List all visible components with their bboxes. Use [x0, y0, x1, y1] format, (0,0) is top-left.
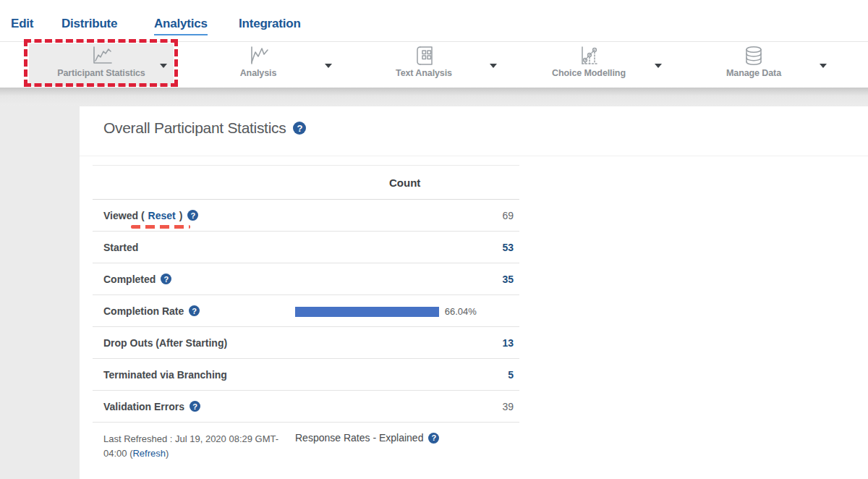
- toolbar-item-text-analysis[interactable]: Text Analysis: [352, 45, 496, 85]
- help-icon[interactable]: [187, 210, 198, 221]
- toolbar-item-manage-data[interactable]: Manage Data: [681, 45, 826, 85]
- row-label-text: Validation Errors: [103, 401, 184, 412]
- row-label: Terminated via Branching: [93, 369, 227, 381]
- last-refreshed-text: Last Refreshed : Jul 19, 2020 08:29 GMT-…: [103, 432, 284, 461]
- help-icon[interactable]: [428, 433, 439, 444]
- row-label: Viewed ( Reset ): [93, 210, 198, 221]
- count-column-header: Count: [389, 177, 420, 189]
- row-value: 13: [502, 337, 519, 349]
- row-label: Started: [93, 242, 138, 253]
- completion-rate-bar: [295, 307, 439, 317]
- annotation-underline: [131, 225, 190, 229]
- row-value: 35: [502, 274, 519, 285]
- page-heading: Overall Participant Statistics: [103, 119, 306, 137]
- table-row-validation-errors: Validation Errors 39: [93, 391, 519, 423]
- help-icon[interactable]: [293, 122, 306, 135]
- row-value: 39: [502, 401, 519, 412]
- row-value: 5: [508, 369, 519, 381]
- last-refreshed-suffix: ): [166, 448, 169, 459]
- nav-tab-integration[interactable]: Integration: [239, 17, 301, 31]
- toolbar-item-label: Participant Statistics: [57, 68, 145, 78]
- row-value: 53: [502, 242, 519, 253]
- chevron-down-icon[interactable]: [490, 64, 497, 68]
- toolbar-item-analysis[interactable]: Analysis: [186, 45, 331, 85]
- row-label: Completed: [93, 274, 171, 285]
- help-icon[interactable]: [189, 305, 200, 316]
- help-icon[interactable]: [161, 274, 171, 284]
- database-icon: [741, 45, 767, 67]
- toolbar-item-choice-modelling[interactable]: Choice Modelling: [516, 45, 661, 85]
- row-label-text: ): [179, 210, 183, 221]
- toolbar-shadow-band: [0, 88, 868, 106]
- response-rates-explained: Response Rates - Explained: [295, 432, 439, 444]
- nav-tab-edit[interactable]: Edit: [11, 17, 33, 31]
- row-value: 69: [502, 210, 519, 221]
- page: Edit Distribute Analytics Integration Pa…: [0, 0, 868, 479]
- line-chart-icon: [88, 45, 114, 67]
- table-row-drop-outs: Drop Outs (After Starting) 13: [93, 327, 519, 359]
- table-header-row: Count: [93, 165, 519, 200]
- analytics-toolbar: Participant Statistics Analysis Text Ana…: [0, 41, 868, 88]
- completion-rate-bar-group: 66.04%: [295, 306, 477, 317]
- row-label-text: Completed: [103, 274, 156, 285]
- table-row-completion-rate: Completion Rate 66.04%: [93, 295, 519, 327]
- toolbar-item-label: Choice Modelling: [552, 68, 626, 78]
- toolbar-item-label: Analysis: [240, 68, 277, 78]
- row-label-text: Viewed (: [103, 210, 145, 221]
- nav-tab-distribute[interactable]: Distribute: [61, 17, 117, 31]
- trend-chart-icon: [245, 45, 271, 67]
- scatter-rise-icon: [576, 45, 602, 67]
- chevron-down-icon[interactable]: [160, 64, 167, 68]
- toolbar-item-label: Text Analysis: [396, 68, 452, 78]
- toolbar-item-label: Manage Data: [726, 68, 781, 78]
- row-label: Validation Errors: [93, 401, 200, 412]
- chevron-down-icon[interactable]: [655, 64, 662, 68]
- newspaper-grid-icon: [411, 45, 437, 67]
- table-row-completed: Completed 35: [93, 263, 519, 295]
- row-label-text: Completion Rate: [103, 305, 184, 317]
- header-divider: [80, 156, 868, 156]
- row-label: Drop Outs (After Starting): [93, 337, 227, 349]
- toolbar-item-participant-statistics[interactable]: Participant Statistics: [29, 45, 174, 85]
- table-footer: Last Refreshed : Jul 19, 2020 08:29 GMT-…: [93, 423, 519, 466]
- refresh-link[interactable]: Refresh: [132, 448, 166, 459]
- row-label: Completion Rate: [93, 305, 200, 317]
- reset-link[interactable]: Reset: [148, 210, 176, 221]
- table-row-viewed: Viewed ( Reset ) 69: [93, 200, 519, 232]
- response-rates-label: Response Rates - Explained: [295, 432, 423, 444]
- page-title: Overall Participant Statistics: [103, 119, 286, 137]
- completion-rate-percent: 66.04%: [445, 306, 477, 317]
- top-navbar: Edit Distribute Analytics Integration: [0, 0, 868, 41]
- table-row-terminated: Terminated via Branching 5: [93, 359, 519, 391]
- statistics-card: Overall Participant Statistics Count Vie…: [80, 106, 868, 479]
- nav-tab-analytics[interactable]: Analytics: [154, 17, 208, 35]
- table-row-started: Started 53: [93, 232, 519, 263]
- content-background: Overall Participant Statistics Count Vie…: [0, 106, 868, 479]
- participant-statistics-table: Count Viewed ( Reset ) 69 Started: [93, 165, 519, 466]
- last-refreshed-prefix: Last Refreshed : Jul 19, 2020 08:29 GMT-…: [103, 433, 278, 459]
- chevron-down-icon[interactable]: [325, 64, 332, 68]
- chevron-down-icon[interactable]: [820, 64, 827, 68]
- help-icon[interactable]: [190, 401, 200, 412]
